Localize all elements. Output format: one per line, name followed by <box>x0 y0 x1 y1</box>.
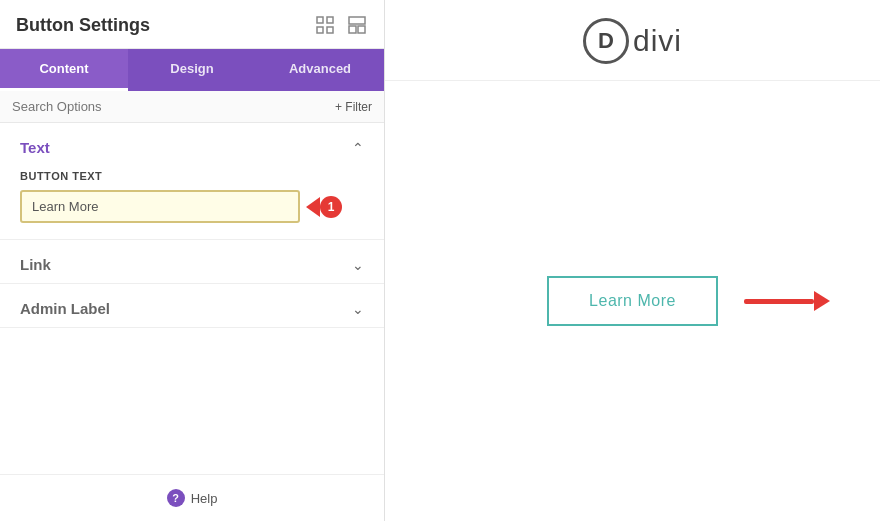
badge-area: 1 <box>306 196 342 218</box>
arrow-head-icon <box>814 291 830 311</box>
section-text-title: Text <box>20 139 50 156</box>
badge-arrow-shape <box>306 197 320 217</box>
big-arrow <box>744 291 830 311</box>
badge-number: 1 <box>320 196 342 218</box>
button-text-label: Button Text <box>20 170 364 182</box>
button-text-input-wrapper: 1 <box>20 190 342 223</box>
section-link: Link ⌄ <box>0 240 384 284</box>
svg-rect-0 <box>317 17 323 23</box>
svg-rect-5 <box>349 26 356 33</box>
arrow-indicator <box>744 291 830 311</box>
tabs-row: Content Design Advanced <box>0 49 384 91</box>
preview-area: Learn More <box>385 81 880 521</box>
divi-logo-text: divi <box>633 24 682 58</box>
panel-title: Button Settings <box>16 15 150 36</box>
chevron-down-icon-admin: ⌄ <box>352 301 364 317</box>
panel-footer: ? Help <box>0 474 384 521</box>
tab-content[interactable]: Content <box>0 49 128 91</box>
search-input[interactable] <box>12 99 327 114</box>
layout-icon[interactable] <box>346 14 368 36</box>
expand-icon[interactable] <box>314 14 336 36</box>
section-link-title: Link <box>20 256 51 273</box>
svg-rect-2 <box>317 27 323 33</box>
section-link-header[interactable]: Link ⌄ <box>0 240 384 283</box>
tab-advanced[interactable]: Advanced <box>256 49 384 91</box>
section-text-body: Button Text 1 <box>0 166 384 239</box>
section-admin-label: Admin Label ⌄ <box>0 284 384 328</box>
tab-design[interactable]: Design <box>128 49 256 91</box>
panel-header: Button Settings <box>0 0 384 49</box>
help-icon: ? <box>167 489 185 507</box>
chevron-up-icon: ⌃ <box>352 140 364 156</box>
filter-button[interactable]: + Filter <box>335 100 372 114</box>
section-text-header[interactable]: Text ⌃ <box>0 123 384 166</box>
section-admin-title: Admin Label <box>20 300 110 317</box>
section-text: Text ⌃ Button Text 1 <box>0 123 384 240</box>
svg-rect-4 <box>349 17 365 24</box>
svg-rect-6 <box>358 26 365 33</box>
logo-area: D divi <box>385 0 880 81</box>
learn-more-button[interactable]: Learn More <box>547 276 718 326</box>
svg-rect-1 <box>327 17 333 23</box>
panel-icons <box>314 14 368 36</box>
search-row: + Filter <box>0 91 384 123</box>
settings-panel: Button Settings Content Design <box>0 0 385 521</box>
chevron-down-icon-link: ⌄ <box>352 257 364 273</box>
svg-rect-3 <box>327 27 333 33</box>
section-admin-header[interactable]: Admin Label ⌄ <box>0 284 384 327</box>
button-text-input[interactable] <box>20 190 300 223</box>
divi-logo-icon: D <box>583 18 629 64</box>
preview-panel: D divi Learn More <box>385 0 880 521</box>
help-label: Help <box>191 491 218 506</box>
panel-content: Text ⌃ Button Text 1 Lin <box>0 123 384 474</box>
arrow-line <box>744 299 814 304</box>
